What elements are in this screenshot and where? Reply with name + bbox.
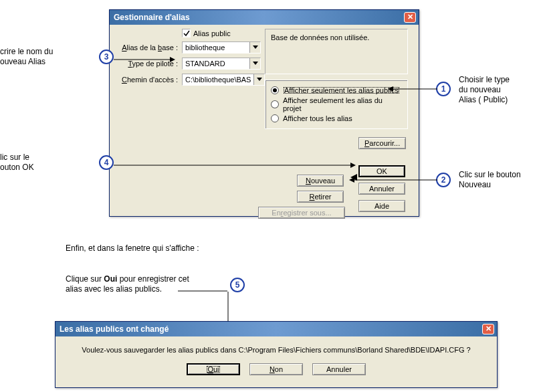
callout-2: 2 <box>436 173 451 187</box>
alias-base-dropdown[interactable] <box>182 41 261 54</box>
window-title: Gestionnaire d'alias <box>114 13 190 22</box>
callout-5: 5 <box>230 278 245 292</box>
annot-4: lic sur le outon OK <box>0 153 34 173</box>
callout-1: 1 <box>436 82 451 96</box>
arrow-1 <box>388 86 437 92</box>
chemin-dropdown[interactable] <box>182 74 265 86</box>
chevron-down-icon[interactable] <box>249 58 260 69</box>
radio-tous[interactable] <box>271 114 279 122</box>
alias-manager-window: Gestionnaire d'alias ✕ Alias public Alia… <box>109 9 419 217</box>
close-icon[interactable]: ✕ <box>482 324 494 334</box>
dialog-annuler-button[interactable]: Annuler <box>312 363 366 375</box>
type-pilote-dropdown[interactable] <box>182 58 261 70</box>
callout-3: 3 <box>99 50 114 64</box>
svg-marker-11 <box>350 174 357 181</box>
usage-text: Base de données non utilisée. <box>271 33 369 41</box>
chevron-down-icon[interactable] <box>249 42 260 53</box>
oui-button[interactable]: Oui <box>187 363 240 375</box>
svg-marker-0 <box>253 45 258 49</box>
svg-marker-8 <box>350 163 356 168</box>
arrow-2b <box>350 174 357 181</box>
radio-publics[interactable] <box>271 86 279 94</box>
chemin-input[interactable] <box>183 74 253 85</box>
svg-marker-2 <box>257 78 262 81</box>
annuler-button[interactable]: Annuler <box>358 183 405 195</box>
retirer-button[interactable]: Retirer <box>297 191 344 203</box>
radio-projet[interactable] <box>271 100 279 108</box>
non-button[interactable]: Non <box>249 363 303 375</box>
dialog-titlebar: Les alias publics ont changé ✕ <box>56 322 497 336</box>
radio-publics-label: Afficher seulement les alias publics <box>283 86 400 94</box>
chevron-down-icon[interactable] <box>253 74 264 85</box>
arrow-3 <box>114 56 175 63</box>
radio-projet-label: Afficher seulement les alias du projet <box>283 96 402 112</box>
alias-changed-dialog: Les alias publics ont changé ✕ Voulez-vo… <box>55 321 498 388</box>
type-pilote-input[interactable] <box>183 58 249 69</box>
callout-4: 4 <box>99 155 114 170</box>
filter-radio-group: Afficher seulement les alias publics Aff… <box>265 80 408 129</box>
arrow-4 <box>114 162 356 169</box>
enregistrer-sous-button: Enregistrer sous... <box>258 207 345 219</box>
annot-5: Clique sur Oui pour enregistrer cet alia… <box>66 274 189 294</box>
alias-public-label: Alias public <box>193 29 231 37</box>
ok-button[interactable]: OK <box>358 165 405 177</box>
window-titlebar: Gestionnaire d'alias ✕ <box>110 10 419 25</box>
chemin-label: Chemin d'accès : <box>114 76 178 84</box>
alias-base-label: Alias de la base : <box>114 43 178 52</box>
annot-2: Clic sur le bouton Nouveau <box>459 170 521 190</box>
svg-marker-1 <box>253 62 258 65</box>
radio-tous-label: Afficher tous les alias <box>283 114 352 122</box>
after-text: Enfin, et dans la fenetre qui s'affiche … <box>66 243 199 254</box>
arrow-5-h <box>178 290 227 292</box>
parcourir-button[interactable]: Parcourir... <box>358 137 406 149</box>
svg-marker-4 <box>170 57 175 62</box>
svg-marker-5 <box>388 86 393 92</box>
aide-button[interactable]: Aide <box>358 200 405 212</box>
nouveau-button[interactable]: Nouveau <box>297 175 344 187</box>
usage-box: Base de données non utilisée. <box>265 29 408 74</box>
annot-3: crire le nom du ouveau Alias <box>0 47 80 67</box>
dialog-message: Voulez-vous sauvegarder les alias public… <box>64 346 489 354</box>
arrow-2a <box>349 177 437 183</box>
annot-1: Choisir le type du nouveau Alias ( Publi… <box>459 75 510 105</box>
dialog-title: Les alias publics ont changé <box>60 324 169 334</box>
alias-base-input[interactable] <box>183 42 249 53</box>
close-icon[interactable]: ✕ <box>404 12 416 23</box>
alias-public-checkbox[interactable] <box>182 29 191 37</box>
